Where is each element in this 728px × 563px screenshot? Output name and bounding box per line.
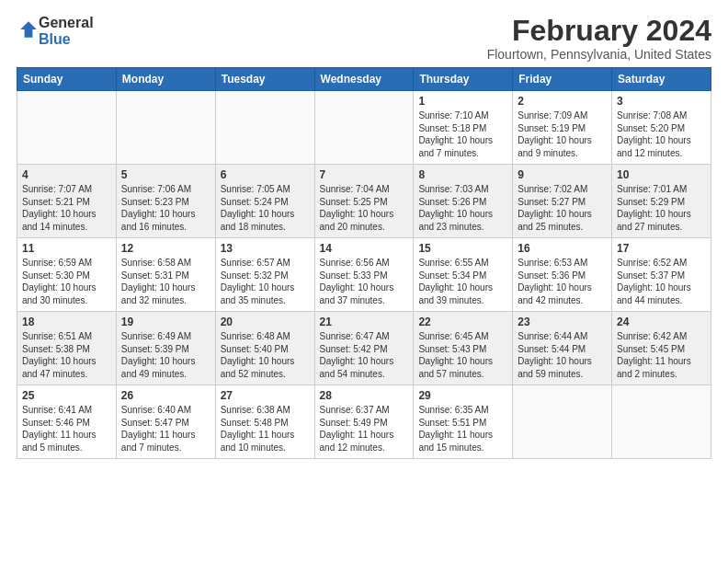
day-info: Sunrise: 7:01 AMSunset: 5:29 PMDaylight:… [617,183,706,233]
col-monday: Monday [116,68,215,91]
col-thursday: Thursday [414,68,513,91]
day-info: Sunrise: 7:03 AMSunset: 5:26 PMDaylight:… [418,183,507,233]
day-info: Sunrise: 6:38 AMSunset: 5:48 PMDaylight:… [221,404,310,454]
table-row: 19Sunrise: 6:49 AMSunset: 5:39 PMDayligh… [116,312,215,385]
logo-icon [18,19,39,40]
svg-marker-0 [20,21,37,38]
col-wednesday: Wednesday [314,68,414,91]
day-number: 13 [221,242,310,255]
page: General Blue February 2024 Flourtown, Pe… [0,0,728,563]
day-number: 25 [22,389,111,402]
calendar-header-row: Sunday Monday Tuesday Wednesday Thursday… [17,68,711,91]
table-row [612,385,711,459]
day-info: Sunrise: 7:05 AMSunset: 5:24 PMDaylight:… [221,183,310,233]
table-row: 23Sunrise: 6:44 AMSunset: 5:44 PMDayligh… [513,312,612,385]
table-row [215,91,314,165]
table-row: 16Sunrise: 6:53 AMSunset: 5:36 PMDayligh… [513,238,612,312]
day-info: Sunrise: 6:58 AMSunset: 5:31 PMDaylight:… [121,257,210,306]
table-row [17,91,117,165]
day-number: 14 [320,242,409,255]
col-sunday: Sunday [17,68,117,91]
table-row: 1Sunrise: 7:10 AMSunset: 5:18 PMDaylight… [414,91,513,165]
day-number: 16 [518,242,607,255]
day-number: 7 [320,168,409,181]
day-info: Sunrise: 6:37 AMSunset: 5:49 PMDaylight:… [320,404,409,454]
day-info: Sunrise: 6:51 AMSunset: 5:38 PMDaylight:… [22,330,111,380]
logo: General Blue [17,15,94,47]
day-number: 1 [418,95,507,108]
day-info: Sunrise: 6:47 AMSunset: 5:42 PMDaylight:… [320,330,409,380]
day-number: 12 [121,242,210,255]
day-info: Sunrise: 7:06 AMSunset: 5:23 PMDaylight:… [121,183,210,233]
table-row: 12Sunrise: 6:58 AMSunset: 5:31 PMDayligh… [116,238,215,312]
table-row [513,385,612,459]
calendar-week-row: 1Sunrise: 7:10 AMSunset: 5:18 PMDaylight… [17,91,711,165]
col-saturday: Saturday [612,68,711,91]
table-row: 28Sunrise: 6:37 AMSunset: 5:49 PMDayligh… [314,385,414,459]
table-row: 26Sunrise: 6:40 AMSunset: 5:47 PMDayligh… [116,385,215,459]
day-number: 27 [221,389,310,402]
calendar-week-row: 25Sunrise: 6:41 AMSunset: 5:46 PMDayligh… [17,385,711,459]
day-number: 11 [22,242,111,255]
day-info: Sunrise: 6:57 AMSunset: 5:32 PMDaylight:… [221,257,310,306]
table-row: 24Sunrise: 6:42 AMSunset: 5:45 PMDayligh… [612,312,711,385]
location-title: Flourtown, Pennsylvania, United States [487,47,711,62]
day-info: Sunrise: 6:35 AMSunset: 5:51 PMDaylight:… [418,404,507,454]
day-number: 9 [518,168,607,181]
table-row: 17Sunrise: 6:52 AMSunset: 5:37 PMDayligh… [612,238,711,312]
table-row: 10Sunrise: 7:01 AMSunset: 5:29 PMDayligh… [612,165,711,238]
day-info: Sunrise: 7:10 AMSunset: 5:18 PMDaylight:… [418,109,507,159]
calendar-week-row: 11Sunrise: 6:59 AMSunset: 5:30 PMDayligh… [17,238,711,312]
table-row: 25Sunrise: 6:41 AMSunset: 5:46 PMDayligh… [17,385,117,459]
day-number: 6 [221,168,310,181]
col-tuesday: Tuesday [215,68,314,91]
table-row: 2Sunrise: 7:09 AMSunset: 5:19 PMDaylight… [513,91,612,165]
table-row: 20Sunrise: 6:48 AMSunset: 5:40 PMDayligh… [215,312,314,385]
day-number: 29 [418,389,507,402]
day-info: Sunrise: 6:42 AMSunset: 5:45 PMDaylight:… [617,330,706,380]
table-row: 9Sunrise: 7:02 AMSunset: 5:27 PMDaylight… [513,165,612,238]
day-number: 4 [22,168,111,181]
title-area: February 2024 Flourtown, Pennsylvania, U… [487,15,711,62]
calendar-table: Sunday Monday Tuesday Wednesday Thursday… [17,67,711,459]
day-info: Sunrise: 6:52 AMSunset: 5:37 PMDaylight:… [617,257,706,306]
table-row: 22Sunrise: 6:45 AMSunset: 5:43 PMDayligh… [414,312,513,385]
day-info: Sunrise: 6:41 AMSunset: 5:46 PMDaylight:… [22,404,111,454]
table-row: 18Sunrise: 6:51 AMSunset: 5:38 PMDayligh… [17,312,117,385]
day-info: Sunrise: 7:08 AMSunset: 5:20 PMDaylight:… [617,109,706,159]
day-number: 22 [418,316,507,328]
day-info: Sunrise: 6:56 AMSunset: 5:33 PMDaylight:… [320,257,409,306]
table-row: 13Sunrise: 6:57 AMSunset: 5:32 PMDayligh… [215,238,314,312]
table-row: 5Sunrise: 7:06 AMSunset: 5:23 PMDaylight… [116,165,215,238]
table-row: 14Sunrise: 6:56 AMSunset: 5:33 PMDayligh… [314,238,414,312]
day-info: Sunrise: 6:55 AMSunset: 5:34 PMDaylight:… [418,257,507,306]
logo-text-line1: General [39,15,94,31]
day-number: 3 [617,95,706,108]
table-row: 11Sunrise: 6:59 AMSunset: 5:30 PMDayligh… [17,238,117,312]
day-info: Sunrise: 7:09 AMSunset: 5:19 PMDaylight:… [518,109,607,159]
day-number: 17 [617,242,706,255]
month-title: February 2024 [487,15,711,47]
day-number: 19 [121,316,210,328]
day-number: 23 [518,316,607,328]
table-row: 29Sunrise: 6:35 AMSunset: 5:51 PMDayligh… [414,385,513,459]
table-row [116,91,215,165]
day-info: Sunrise: 6:45 AMSunset: 5:43 PMDaylight:… [418,330,507,380]
day-info: Sunrise: 6:40 AMSunset: 5:47 PMDaylight:… [121,404,210,454]
day-number: 15 [418,242,507,255]
day-info: Sunrise: 7:04 AMSunset: 5:25 PMDaylight:… [320,183,409,233]
calendar-week-row: 4Sunrise: 7:07 AMSunset: 5:21 PMDaylight… [17,165,711,238]
day-number: 24 [617,316,706,328]
table-row [314,91,414,165]
table-row: 3Sunrise: 7:08 AMSunset: 5:20 PMDaylight… [612,91,711,165]
day-info: Sunrise: 7:02 AMSunset: 5:27 PMDaylight:… [518,183,607,233]
table-row: 6Sunrise: 7:05 AMSunset: 5:24 PMDaylight… [215,165,314,238]
day-number: 28 [320,389,409,402]
table-row: 4Sunrise: 7:07 AMSunset: 5:21 PMDaylight… [17,165,117,238]
day-info: Sunrise: 6:49 AMSunset: 5:39 PMDaylight:… [121,330,210,380]
table-row: 7Sunrise: 7:04 AMSunset: 5:25 PMDaylight… [314,165,414,238]
day-number: 2 [518,95,607,108]
table-row: 27Sunrise: 6:38 AMSunset: 5:48 PMDayligh… [215,385,314,459]
day-number: 18 [22,316,111,328]
day-info: Sunrise: 7:07 AMSunset: 5:21 PMDaylight:… [22,183,111,233]
